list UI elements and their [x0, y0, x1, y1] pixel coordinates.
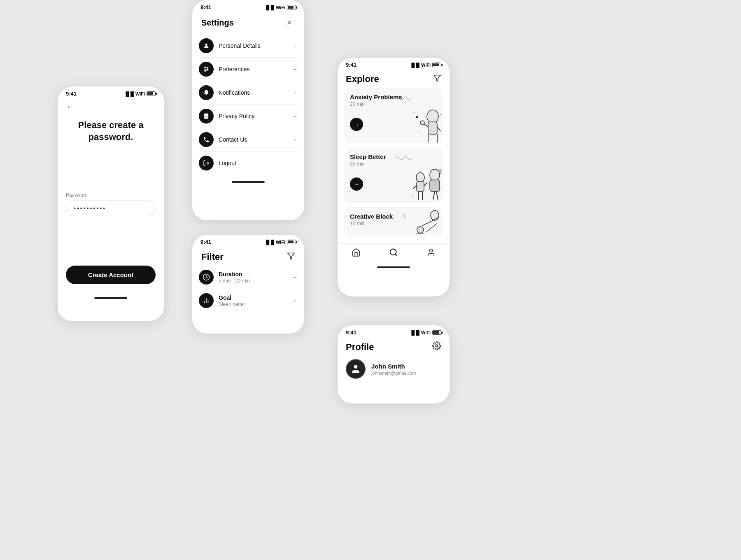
status-bar-4: 9:41 ▐▌█ WiFi: [338, 58, 450, 70]
svg-point-29: [416, 173, 424, 182]
close-icon: ✕: [287, 19, 292, 26]
svg-point-6: [205, 70, 206, 72]
explore-title: Explore: [346, 74, 379, 84]
signal-icon-3: ▐▌█: [264, 240, 274, 245]
svg-marker-18: [434, 75, 441, 82]
settings-arrow-contact: →: [292, 136, 298, 143]
wifi-icon-3: WiFi: [276, 240, 285, 245]
profile-user-row: John Smith johnsmith@gmail.com: [338, 356, 450, 382]
wifi-icon-1: WiFi: [135, 91, 145, 96]
filter-goal-content: Goal Sleep better: [219, 294, 292, 307]
svg-point-27: [440, 114, 442, 116]
status-bar-5: 9:41 ▐▌█ WiFi: [338, 325, 450, 337]
profile-user-info: John Smith johnsmith@gmail.com: [371, 363, 416, 376]
status-icons-4: ▐▌█ WiFi: [410, 63, 441, 68]
svg-point-22: [420, 121, 424, 125]
password-label: Password: [66, 192, 156, 198]
svg-line-23: [437, 127, 440, 131]
profile-user-email: johnsmith@gmail.com: [371, 371, 416, 376]
phone-profile: 9:41 ▐▌█ WiFi Profile John Smith johnsmi…: [338, 325, 450, 404]
duration-icon: [199, 270, 214, 285]
filter-item-duration[interactable]: Duration 5 min - 20 min →: [199, 266, 298, 289]
status-icons-3: ▐▌█ WiFi: [264, 240, 296, 245]
home-indicator-4: [377, 266, 410, 268]
battery-icon-2: [287, 5, 296, 9]
battery-icon-3: [287, 240, 296, 244]
nav-search-icon[interactable]: [389, 248, 398, 259]
settings-item-preferences[interactable]: Preferences →: [199, 58, 298, 81]
explore-card-anxiety[interactable]: Anxiety Problems 20 min →: [344, 88, 443, 143]
time-3: 9:41: [200, 239, 211, 245]
filter-header: Filter: [192, 247, 304, 266]
settings-item-logout[interactable]: Logout: [199, 152, 298, 175]
settings-arrow-notifications: →: [292, 89, 298, 96]
svg-point-0: [205, 44, 207, 46]
nav-profile-icon[interactable]: [426, 248, 436, 259]
explore-card-sleep[interactable]: Sleep Better 35 min →: [344, 147, 443, 203]
phone-explore: 9:41 ▐▌█ WiFi Explore Anxiety Problems 2…: [338, 58, 450, 296]
filter-goal-sub: Sleep better: [219, 301, 292, 307]
settings-item-label-notifications: Notifications: [219, 89, 292, 96]
explore-header: Explore: [338, 70, 450, 88]
settings-item-contact-us[interactable]: Contact Us →: [199, 128, 298, 152]
svg-line-32: [424, 182, 427, 186]
status-icons-5: ▐▌█ WiFi: [410, 330, 441, 335]
creative-illustration: [414, 209, 443, 236]
svg-line-31: [413, 186, 417, 189]
settings-item-label-privacy: Privacy Policy: [219, 113, 292, 119]
filter-list: Duration 5 min - 20 min → Goal Sleep bet…: [192, 266, 304, 312]
svg-line-38: [436, 191, 438, 200]
contact-us-icon: [199, 132, 214, 147]
svg-line-37: [433, 191, 435, 200]
explore-cards-container: Anxiety Problems 20 min → Sleep: [338, 88, 450, 240]
sleep-card-arrow-button[interactable]: →: [350, 177, 363, 191]
settings-item-notifications[interactable]: Notifications →: [199, 81, 298, 105]
svg-point-48: [429, 249, 432, 252]
settings-item-personal-details[interactable]: Personal Details →: [199, 34, 298, 58]
settings-item-privacy-policy[interactable]: Privacy Policy →: [199, 105, 298, 128]
password-input[interactable]: [66, 201, 156, 216]
profile-title: Profile: [346, 342, 374, 352]
create-password-title: Please create a password.: [66, 119, 156, 143]
filter-duration-content: Duration 5 min - 20 min: [219, 271, 292, 284]
nav-home-icon[interactable]: [352, 248, 361, 259]
svg-point-5: [207, 69, 208, 70]
time-5: 9:41: [346, 329, 357, 336]
phone-settings: 9:41 ▐▌█ WiFi Settings ✕ Personal Detail…: [192, 0, 304, 220]
svg-line-42: [422, 217, 439, 226]
svg-point-44: [417, 226, 424, 233]
anxiety-card-arrow-button[interactable]: →: [350, 118, 363, 131]
svg-point-46: [390, 249, 396, 255]
settings-close-button[interactable]: ✕: [284, 17, 295, 28]
create-account-button[interactable]: Create Account: [66, 266, 156, 284]
status-bar-2: 9:41 ▐▌█ WiFi: [192, 0, 304, 12]
svg-marker-13: [288, 253, 295, 259]
svg-rect-20: [428, 122, 437, 134]
settings-header: Settings ✕: [192, 12, 304, 33]
signal-icon-2: ▐▌█: [264, 5, 274, 10]
svg-point-50: [354, 365, 358, 369]
sleep-card-title: Sleep Better: [350, 153, 437, 160]
explore-card-creative[interactable]: Creative Block 15 min: [344, 207, 443, 236]
profile-header: Profile: [338, 337, 450, 356]
time-2: 9:41: [200, 4, 211, 10]
svg-point-26: [413, 112, 415, 113]
signal-icon-4: ▐▌█: [410, 63, 419, 68]
svg-point-4: [205, 67, 206, 68]
sleep-illustration: [410, 166, 443, 203]
wifi-icon-4: WiFi: [421, 63, 431, 68]
filter-duration-sub: 5 min - 20 min: [219, 278, 292, 284]
explore-filter-icon[interactable]: [433, 74, 441, 84]
back-button[interactable]: ←: [66, 103, 73, 111]
filter-funnel-icon[interactable]: [287, 252, 295, 262]
battery-icon-4: [432, 63, 441, 67]
filter-item-goal[interactable]: Goal Sleep better →: [199, 289, 298, 312]
profile-settings-icon[interactable]: [432, 341, 441, 352]
personal-details-icon: [199, 38, 214, 53]
preferences-icon: [199, 62, 214, 77]
time-1: 9:41: [66, 91, 77, 97]
filter-goal-arrow: →: [292, 297, 298, 304]
settings-list: Personal Details → Preferences → Notific…: [192, 33, 304, 176]
status-bar-3: 9:41 ▐▌█ WiFi: [192, 235, 304, 247]
battery-icon-5: [432, 330, 441, 335]
